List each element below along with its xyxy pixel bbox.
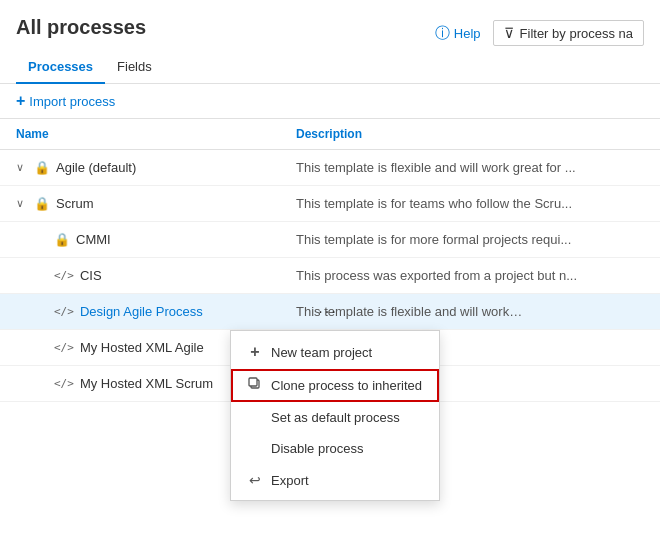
- filter-button[interactable]: ⊽ Filter by process na: [493, 20, 644, 46]
- row-label[interactable]: Design Agile Process: [80, 304, 203, 319]
- row-label: Agile (default): [56, 160, 136, 175]
- menu-item-disable-process[interactable]: Disable process: [231, 433, 439, 464]
- page-header: All processes ⓘ Help ⊽ Filter by process…: [0, 0, 660, 47]
- col-header-desc: Description: [296, 127, 644, 141]
- menu-item-new-project[interactable]: + New team project: [231, 335, 439, 369]
- lock-icon: 🔒: [34, 196, 50, 211]
- code-icon: </>: [54, 269, 74, 282]
- row-desc: This template is for teams who follow th…: [296, 196, 644, 211]
- copy-icon: [247, 377, 263, 394]
- export-icon: ↩: [247, 472, 263, 488]
- menu-item-clone-process[interactable]: Clone process to inherited: [231, 369, 439, 402]
- row-desc: This template is flexible and will work …: [296, 160, 644, 175]
- svg-rect-1: [249, 378, 257, 386]
- row-name-scrum: ∨ 🔒 Scrum: [16, 196, 296, 211]
- col-header-name: Name: [16, 127, 296, 141]
- chevron-icon[interactable]: ∨: [16, 197, 28, 210]
- code-icon: </>: [54, 305, 74, 318]
- row-label: My Hosted XML Agile: [80, 340, 204, 355]
- row-label: Scrum: [56, 196, 94, 211]
- row-label: My Hosted XML Scrum: [80, 376, 213, 391]
- menu-label: Disable process: [271, 441, 364, 456]
- more-options-button[interactable]: ···: [316, 300, 340, 324]
- row-desc: This template is for more formal project…: [296, 232, 644, 247]
- table-row: ∨ 🔒 Scrum This template is for teams who…: [0, 186, 660, 222]
- plus-icon: +: [247, 343, 263, 361]
- row-label: CMMI: [76, 232, 111, 247]
- table-body: ∨ 🔒 Agile (default) This template is fle…: [0, 150, 660, 402]
- table-header: Name Description: [0, 119, 660, 150]
- row-label: CIS: [80, 268, 102, 283]
- lock-icon: 🔒: [34, 160, 50, 175]
- table-row: ∨ 🔒 Agile (default) This template is fle…: [0, 150, 660, 186]
- row-name-design-agile: </> Design Agile Process: [16, 304, 296, 319]
- menu-label: New team project: [271, 345, 372, 360]
- menu-item-export[interactable]: ↩ Export: [231, 464, 439, 496]
- menu-item-set-default[interactable]: Set as default process: [231, 402, 439, 433]
- import-process-button[interactable]: + Import process: [16, 92, 115, 110]
- table-row: </> Design Agile Process This template i…: [0, 294, 660, 330]
- help-label: Help: [454, 26, 481, 41]
- table-row: </> CIS This process was exported from a…: [0, 258, 660, 294]
- row-name-agile: ∨ 🔒 Agile (default): [16, 160, 296, 175]
- help-link[interactable]: ⓘ Help: [435, 24, 481, 43]
- menu-label: Set as default process: [271, 410, 400, 425]
- menu-label: Clone process to inherited: [271, 378, 422, 393]
- toolbar: + Import process: [0, 84, 660, 119]
- row-name-cis: </> CIS: [16, 268, 296, 283]
- help-circle-icon: ⓘ: [435, 24, 450, 43]
- row-desc: This process was exported from a project…: [296, 268, 644, 283]
- row-desc: This template is flexible and will work …: [296, 304, 644, 319]
- table-row: 🔒 CMMI This template is for more formal …: [0, 222, 660, 258]
- code-icon: </>: [54, 377, 74, 390]
- import-label: Import process: [29, 94, 115, 109]
- tab-fields[interactable]: Fields: [105, 51, 164, 84]
- header-actions: ⓘ Help ⊽ Filter by process na: [435, 20, 644, 46]
- filter-icon: ⊽: [504, 25, 514, 41]
- page-title: All processes: [16, 16, 146, 39]
- filter-label: Filter by process na: [520, 26, 633, 41]
- tab-bar: Processes Fields: [0, 51, 660, 84]
- context-menu: + New team project Clone process to inhe…: [230, 330, 440, 501]
- plus-icon: +: [16, 92, 25, 110]
- code-icon: </>: [54, 341, 74, 354]
- row-name-cmmi: 🔒 CMMI: [16, 232, 296, 247]
- chevron-icon[interactable]: ∨: [16, 161, 28, 174]
- menu-label: Export: [271, 473, 309, 488]
- tab-processes[interactable]: Processes: [16, 51, 105, 84]
- lock-icon: 🔒: [54, 232, 70, 247]
